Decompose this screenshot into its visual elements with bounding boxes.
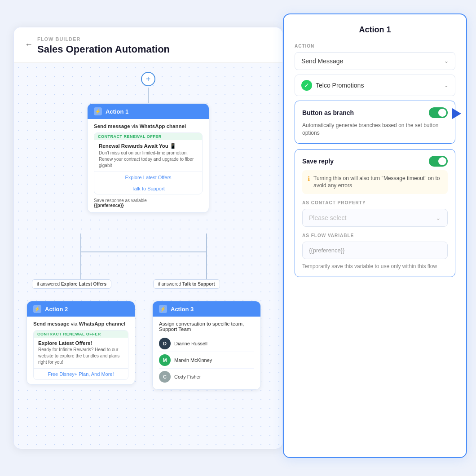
- flow-variable-section: AS FLOW VARIABLE {{preference}} Temporar…: [302, 233, 448, 270]
- action1-body: Send message via WhatsApp channel CONTRA…: [88, 119, 209, 212]
- action2-body-text: Ready for Infinite Rewards? Head to our …: [34, 347, 128, 368]
- warning-icon: ℹ: [308, 175, 310, 182]
- action3-subtitle: Assign conversation to specific team, Su…: [159, 321, 254, 332]
- action2-node[interactable]: ⚡ Action 2 Send message via WhatsApp cha…: [26, 301, 135, 385]
- button-branch-row: Button as branch: [302, 107, 448, 118]
- button-branch-toggle[interactable]: [429, 107, 448, 118]
- bolt-icon-3: ⚡: [159, 305, 167, 313]
- team-member-2: M Marvin McKinney: [159, 352, 254, 369]
- chevron-down-icon: ⌄: [444, 58, 449, 64]
- avatar-c: C: [159, 371, 171, 383]
- save-reply-label: Save reply: [302, 158, 334, 165]
- channel-chevron-icon: ⌄: [444, 82, 449, 88]
- bolt-icon-2: ⚡: [33, 305, 41, 313]
- branch-line-left: [80, 234, 81, 263]
- button-branch-desc: Automatically generate branches based on…: [302, 122, 448, 137]
- team-name-3: Cody Fisher: [174, 374, 201, 379]
- message-body: Don't miss out on our limited-time promo…: [94, 150, 202, 172]
- button-branch-label: Button as branch: [302, 109, 354, 116]
- action-section-label: ACTION: [295, 44, 455, 48]
- branch-label-2: if answered Talk to Support: [153, 279, 220, 289]
- breadcrumb: FLOW BUILDER: [37, 36, 272, 42]
- warning-text: Turning this on will also turn "Message …: [313, 175, 442, 190]
- action3-connector: [206, 263, 207, 281]
- button-branch-toggle-wrapper: [429, 107, 448, 118]
- branch-label-1: if answered Explore Latest Offers: [32, 279, 111, 289]
- action2-message-card: CONTRACT RENEWAL OFFER Explore Latest Of…: [33, 330, 128, 380]
- back-button[interactable]: ←: [25, 40, 33, 49]
- action-panel: Action 1 ACTION Send Message ⌄ ✓ Telco P…: [283, 13, 467, 458]
- message-card: CONTRACT RENEWAL OFFER Renewal Rewards A…: [94, 132, 203, 194]
- save-reply-toggle[interactable]: [429, 156, 448, 167]
- action2-title: Explore Latest Offers!: [34, 338, 128, 347]
- action-panel-title: Action 1: [295, 25, 455, 35]
- contact-property-select[interactable]: Please select ⌄: [302, 209, 448, 227]
- contact-property-label: AS CONTACT PROPERTY: [302, 200, 448, 205]
- contact-chevron-icon: ⌄: [436, 214, 441, 221]
- save-response: Save response as variable {{preference}}: [94, 198, 203, 208]
- telco-dropdown-inner: ✓ Telco Promotions: [301, 80, 364, 91]
- bolt-icon: ⚡: [94, 107, 102, 115]
- contact-property-section: AS CONTACT PROPERTY Please select ⌄: [302, 200, 448, 227]
- action2-subtitle: Send message via WhatsApp channel: [33, 321, 128, 326]
- channel-dropdown[interactable]: ✓ Telco Promotions ⌄: [295, 75, 455, 96]
- action3-body: Assign conversation to specific team, Su…: [153, 317, 260, 389]
- support-btn[interactable]: Talk to Support: [94, 183, 202, 194]
- action2-tag: CONTRACT RENEWAL OFFER: [34, 331, 128, 338]
- team-name-1: Dianne Russell: [174, 341, 207, 346]
- flow-variable-input[interactable]: {{preference}}: [302, 242, 448, 259]
- cursor-pointer-icon: [452, 108, 461, 119]
- message-title: Renewal Rewards Await You 📱: [94, 140, 202, 150]
- team-member-1: D Dianne Russell: [159, 335, 254, 352]
- action3-header: ⚡ Action 3: [153, 301, 260, 317]
- flow-variable-desc: Temporarily save this variable to use on…: [302, 263, 448, 270]
- flow-canvas: + ⚡ Action 1 Send message via WhatsApp c…: [14, 63, 282, 448]
- action2-header: ⚡ Action 2: [27, 301, 135, 317]
- warning-box: ℹ Turning this on will also turn "Messag…: [302, 170, 448, 194]
- button-branch-card: Button as branch Automatically generate …: [295, 101, 455, 144]
- action2-btn[interactable]: Free Disney+ Plan, And More!: [34, 368, 128, 379]
- avatar-m: M: [159, 354, 171, 366]
- action3-node[interactable]: ⚡ Action 3 Assign conversation to specif…: [152, 301, 261, 390]
- branch-line-horizontal: [80, 251, 207, 252]
- branch-line-right: [206, 234, 207, 263]
- flow-header: ← FLOW BUILDER Sales Operation Automatio…: [14, 27, 282, 63]
- action1-header: ⚡ Action 1: [88, 104, 209, 119]
- action1-subtitle: Send message via WhatsApp channel: [94, 123, 203, 129]
- message-tag: CONTRACT RENEWAL OFFER: [94, 133, 202, 140]
- action1-node[interactable]: ⚡ Action 1 Send message via WhatsApp cha…: [87, 103, 209, 213]
- save-reply-card: Save reply ℹ Turning this on will also t…: [295, 149, 455, 277]
- team-list: D Dianne Russell M Marvin McKinney C Cod…: [159, 335, 254, 385]
- flow-variable-label: AS FLOW VARIABLE: [302, 233, 448, 238]
- team-name-2: Marvin McKinney: [174, 357, 212, 363]
- action2-body: Send message via WhatsApp channel CONTRA…: [27, 317, 135, 384]
- action-dropdown[interactable]: Send Message ⌄: [295, 52, 455, 70]
- add-node-button[interactable]: +: [141, 72, 155, 86]
- connector-line-top: [148, 88, 149, 103]
- team-member-3: C Cody Fisher: [159, 369, 254, 385]
- save-reply-row: Save reply: [302, 156, 448, 167]
- flow-panel: ← FLOW BUILDER Sales Operation Automatio…: [13, 27, 283, 449]
- action2-connector: [80, 263, 81, 281]
- outer-wrapper: ← FLOW BUILDER Sales Operation Automatio…: [0, 0, 476, 476]
- avatar-d: D: [159, 338, 171, 349]
- whatsapp-icon: ✓: [301, 80, 312, 91]
- explore-btn[interactable]: Explore Latest Offers: [94, 172, 202, 183]
- flow-title: Sales Operation Automation: [37, 44, 272, 55]
